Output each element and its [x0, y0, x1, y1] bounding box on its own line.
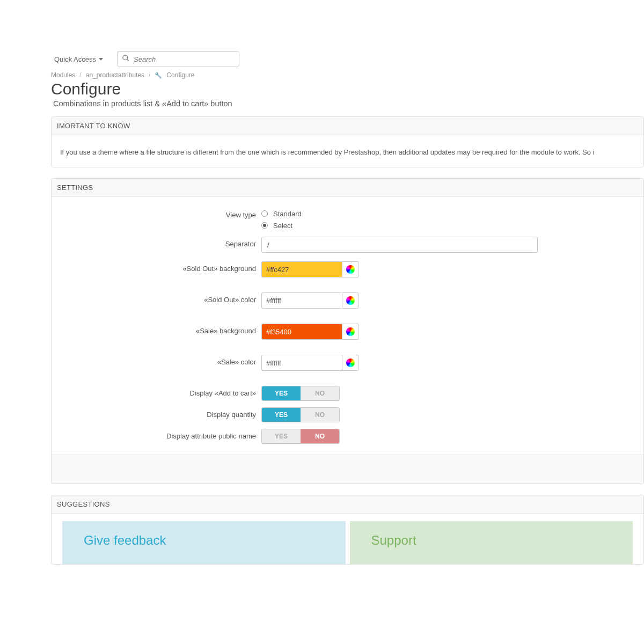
sale-bg-label: «Sale» background [60, 324, 261, 335]
toggle-no[interactable]: NO [301, 408, 339, 422]
display-quantity-label: Display quantity [60, 407, 261, 419]
color-picker-button[interactable] [342, 292, 359, 309]
toggle-yes[interactable]: YES [262, 386, 301, 400]
search-input[interactable] [134, 55, 239, 63]
color-wheel-icon [346, 327, 355, 336]
settings-heading: SETTINGS [52, 179, 643, 197]
settings-panel: SETTINGS View type Standard Select Separ… [51, 178, 644, 484]
color-picker-button[interactable] [342, 261, 359, 277]
toggle-yes[interactable]: YES [262, 429, 301, 443]
separator-label: Separator [60, 237, 261, 248]
important-heading: IMORTANT TO KNOW [52, 117, 643, 135]
page-subtitle: Combinations in products list & «Add to … [53, 99, 644, 108]
toggle-no[interactable]: NO [301, 429, 339, 443]
svg-line-1 [127, 59, 128, 61]
sold-out-color-label: «Sold Out» color [60, 292, 261, 304]
radio-icon [261, 210, 268, 217]
sale-color-input[interactable] [261, 355, 342, 371]
settings-footer [52, 455, 643, 484]
toggle-yes[interactable]: YES [262, 408, 301, 422]
view-type-select-radio[interactable]: Select [261, 219, 635, 231]
quick-access-dropdown[interactable]: Quick Access [51, 53, 106, 65]
breadcrumb-configure: Configure [166, 71, 194, 79]
display-attribute-name-toggle[interactable]: YES NO [261, 429, 340, 444]
svg-point-0 [122, 55, 127, 60]
toggle-no[interactable]: NO [301, 386, 339, 400]
chevron-down-icon [99, 58, 103, 61]
search-box[interactable] [117, 51, 239, 67]
color-picker-button[interactable] [342, 355, 359, 371]
color-wheel-icon [346, 265, 355, 274]
quick-access-label: Quick Access [54, 55, 96, 63]
sale-bg-input[interactable] [261, 324, 342, 340]
color-wheel-icon [346, 358, 355, 367]
color-picker-button[interactable] [342, 324, 359, 340]
suggestions-panel: SUGGESTIONS Give feedback Support [51, 495, 644, 565]
breadcrumb: Modules / an_productattributes / 🔧 Confi… [51, 71, 644, 79]
support-title: Support [371, 533, 612, 548]
sold-out-bg-input[interactable] [261, 261, 342, 277]
display-add-to-cart-toggle[interactable]: YES NO [261, 386, 340, 401]
important-text: If you use a theme where a file structur… [60, 143, 635, 159]
display-attribute-name-label: Display attribute public name [60, 429, 261, 440]
suggestions-heading: SUGGESTIONS [52, 495, 643, 514]
search-icon [118, 54, 134, 64]
sold-out-bg-label: «Sold Out» background [60, 261, 261, 273]
color-wheel-icon [346, 296, 355, 305]
view-type-label: View type [60, 208, 261, 219]
wrench-icon: 🔧 [155, 72, 162, 79]
breadcrumb-modules[interactable]: Modules [51, 71, 75, 79]
give-feedback-card[interactable]: Give feedback [62, 521, 346, 564]
sale-color-label: «Sale» color [60, 355, 261, 366]
radio-icon [261, 222, 268, 229]
sold-out-color-input[interactable] [261, 292, 342, 309]
view-type-standard-radio[interactable]: Standard [261, 208, 635, 219]
give-feedback-title: Give feedback [84, 533, 324, 548]
display-add-to-cart-label: Display «Add to cart» [60, 386, 261, 397]
important-panel: IMORTANT TO KNOW If you use a theme wher… [51, 116, 644, 167]
display-quantity-toggle[interactable]: YES NO [261, 407, 340, 422]
page-title: Configure [51, 80, 644, 98]
separator-input[interactable] [261, 237, 538, 253]
support-card[interactable]: Support [350, 521, 633, 564]
breadcrumb-module-name[interactable]: an_productattributes [86, 71, 144, 79]
